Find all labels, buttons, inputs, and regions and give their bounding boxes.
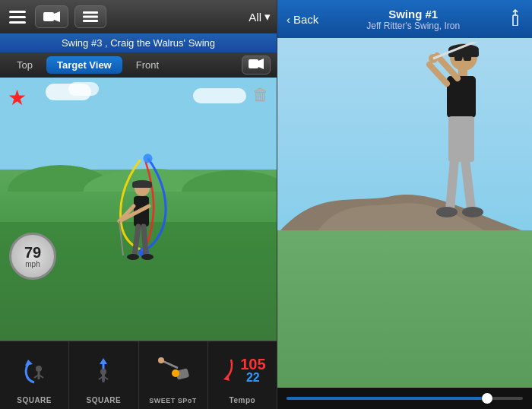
svg-rect-47	[458, 69, 467, 77]
tab-front[interactable]: Front	[125, 56, 169, 74]
svg-line-19	[135, 227, 138, 255]
svg-rect-14	[132, 183, 152, 188]
list-mode-button[interactable]	[74, 5, 106, 28]
view-tabs: Top Target View Front	[0, 52, 277, 78]
dropdown-arrow: ▾	[264, 10, 271, 24]
back-chevron: ‹	[287, 13, 290, 26]
tab-top[interactable]: Top	[6, 56, 43, 74]
svg-point-30	[100, 369, 106, 375]
right-panel: ‹ Back Swing #1 Jeff Ritter's Swing, Iro…	[277, 0, 532, 409]
speed-value: 79	[24, 245, 41, 260]
tempo-numbers: 105 22	[240, 357, 265, 384]
share-button[interactable]	[508, 9, 523, 30]
svg-point-35	[172, 369, 179, 377]
square-1-label: SQUARE	[17, 396, 52, 404]
progress-thumb[interactable]	[482, 393, 492, 404]
progress-fill	[287, 397, 487, 400]
metric-square-1[interactable]: SQUARE	[0, 341, 69, 409]
square-swing-icon-2	[87, 354, 120, 387]
swing-number: Swing #1	[325, 8, 502, 21]
svg-rect-3	[83, 16, 98, 18]
video-frame	[277, 38, 532, 388]
all-label: All	[249, 11, 261, 24]
swing-subtitle: Jeff Ritter's Swing, Iron	[325, 21, 502, 31]
tempo-icon-area: 105 22	[219, 346, 265, 395]
svg-line-55	[465, 160, 471, 209]
video-record-button[interactable]	[242, 55, 271, 75]
svg-rect-4	[83, 20, 98, 22]
sweet-spot-icon-area	[155, 346, 192, 395]
video-mode-button[interactable]	[35, 5, 68, 28]
square-swing-icon-1	[17, 354, 51, 387]
svg-point-24	[36, 366, 42, 372]
tempo-top-value: 105	[240, 357, 265, 372]
svg-rect-5	[249, 59, 258, 68]
delete-icon[interactable]: 🗑	[252, 85, 269, 105]
video-golfer-figure	[395, 42, 517, 255]
svg-point-22	[141, 254, 154, 260]
svg-point-56	[436, 207, 458, 217]
svg-point-37	[158, 357, 164, 363]
square-1-icon-area	[17, 346, 51, 395]
golfer-figure	[100, 179, 176, 286]
tempo-bottom-value: 22	[246, 372, 260, 384]
svg-rect-2	[83, 11, 98, 14]
progress-bar-container	[277, 388, 532, 409]
menu-icon[interactable]	[6, 8, 29, 27]
tab-target-view[interactable]: Target View	[46, 56, 122, 74]
all-dropdown[interactable]: All ▾	[249, 10, 271, 24]
square-2-label: SQUARE	[86, 396, 121, 404]
speed-unit: mph	[25, 260, 40, 268]
speed-gauge: 79 mph	[9, 233, 56, 280]
square-2-icon-area	[87, 346, 120, 395]
progress-track[interactable]	[287, 397, 523, 400]
sweet-spot-icon	[155, 354, 192, 388]
svg-rect-39	[513, 15, 518, 26]
svg-point-11	[143, 154, 152, 163]
sweet-spot-label: SWEET SPoT	[149, 397, 197, 404]
svg-point-21	[127, 254, 139, 260]
svg-rect-0	[43, 12, 54, 21]
metric-sweet-spot[interactable]: SWEET SPoT	[139, 341, 208, 409]
favorite-star[interactable]: ★	[8, 85, 27, 110]
metric-tempo[interactable]: 105 22 Tempo	[208, 341, 277, 409]
top-toolbar: All ▾	[0, 0, 277, 33]
svg-marker-29	[100, 358, 107, 364]
right-header: ‹ Back Swing #1 Jeff Ritter's Swing, Iro…	[277, 0, 532, 38]
svg-rect-53	[448, 116, 474, 162]
swing-canvas: ★ 🗑 79 mph	[0, 78, 277, 341]
metrics-bar: SQUARE SQUARE	[0, 341, 277, 409]
svg-line-54	[450, 160, 454, 209]
back-button[interactable]: ‹ Back	[287, 13, 318, 26]
svg-marker-1	[54, 11, 60, 22]
svg-line-20	[144, 227, 146, 255]
left-panel: All ▾ Swing #3 , Craig the Walrus' Swing…	[0, 0, 277, 409]
right-header-center: Swing #1 Jeff Ritter's Swing, Iron	[325, 8, 502, 31]
back-label: Back	[293, 13, 318, 26]
tempo-label: Tempo	[230, 396, 256, 404]
svg-marker-6	[258, 59, 264, 69]
svg-line-18	[119, 221, 123, 255]
tempo-arrows-icon	[219, 357, 237, 384]
metric-square-2[interactable]: SQUARE	[69, 341, 138, 409]
svg-rect-48	[447, 76, 476, 118]
swing-title: Swing #3 , Craig the Walrus' Swing	[0, 33, 277, 52]
svg-point-57	[462, 207, 483, 217]
svg-marker-23	[25, 360, 33, 366]
